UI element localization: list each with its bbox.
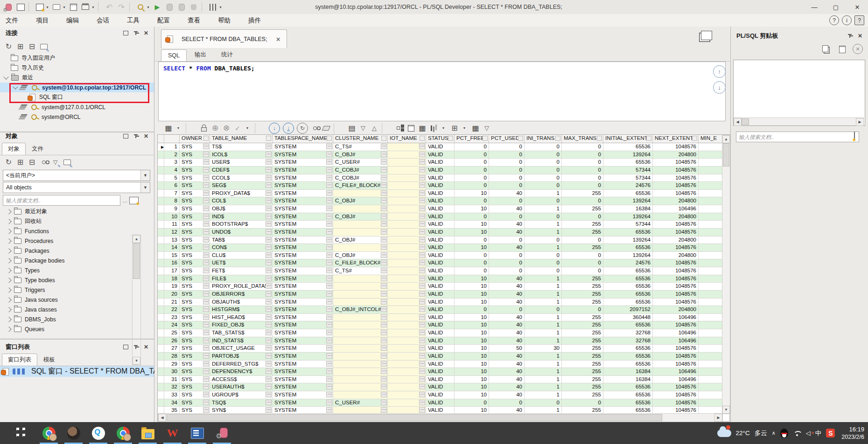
cell-owner[interactable]: SYS⋯ bbox=[180, 244, 210, 252]
cell-editor-button[interactable]: ⋯ bbox=[326, 338, 332, 343]
column-options-box[interactable] bbox=[203, 136, 209, 141]
cell-editor-button[interactable]: ⋯ bbox=[326, 167, 332, 173]
cell-min_extents[interactable] bbox=[699, 259, 723, 267]
menu-插件[interactable]: 插件 bbox=[243, 15, 266, 26]
dd-icon[interactable]: ▾ bbox=[173, 123, 183, 133]
cell-next_extent[interactable]: 106496 bbox=[653, 205, 699, 213]
cell-table_name[interactable]: TAB_STATS$⋯ bbox=[210, 329, 273, 337]
cell-editor-button[interactable]: ⋯ bbox=[381, 260, 387, 265]
cell-table_name[interactable]: OBJAUTH$⋯ bbox=[210, 298, 273, 306]
panel-maximize-icon[interactable] bbox=[121, 28, 130, 38]
row-marker-cell[interactable] bbox=[158, 391, 164, 399]
cell-editor-button[interactable]: ⋯ bbox=[203, 330, 209, 335]
cell-max_trans[interactable]: 0 bbox=[562, 182, 603, 190]
tree-folder-item[interactable]: 最近 bbox=[0, 73, 154, 83]
cell-editor-button[interactable]: ⋯ bbox=[419, 152, 425, 157]
cell-min_extents[interactable] bbox=[699, 391, 723, 399]
cell-editor-button[interactable]: ⋯ bbox=[326, 314, 332, 320]
cell-editor-button[interactable]: ⋯ bbox=[326, 159, 332, 165]
cell-editor-button[interactable]: ⋯ bbox=[419, 144, 425, 149]
export-table-icon[interactable]: ▦ bbox=[417, 123, 427, 133]
cell-pct_free[interactable]: 0 bbox=[455, 236, 489, 244]
table-row[interactable]: 21SYS⋯OBJAUTH$⋯SYSTEM⋯⋯⋯VALID10401255655… bbox=[158, 298, 729, 306]
chevron-icon[interactable] bbox=[6, 287, 11, 292]
cell-editor-button[interactable]: ⋯ bbox=[381, 252, 387, 258]
cell-iot_name[interactable]: ⋯ bbox=[388, 383, 426, 391]
panel-close-icon[interactable]: ✕ bbox=[141, 28, 151, 38]
cell-min_extents[interactable] bbox=[699, 197, 723, 205]
cell-editor-button[interactable]: ⋯ bbox=[266, 268, 272, 273]
cell-pct_used[interactable]: 40 bbox=[489, 391, 525, 399]
cell-tablespace_name[interactable]: SYSTEM⋯ bbox=[273, 267, 333, 275]
cell-tablespace_name[interactable]: SYSTEM⋯ bbox=[273, 259, 333, 267]
cell-ini_trans[interactable]: 1 bbox=[525, 205, 562, 213]
cell-next_extent[interactable]: 1048576 bbox=[653, 283, 699, 291]
cell-editor-button[interactable]: ⋯ bbox=[266, 322, 272, 327]
cell-owner[interactable]: SYS⋯ bbox=[180, 236, 210, 244]
cell-status[interactable]: VALID bbox=[426, 213, 455, 221]
cell-status[interactable]: VALID bbox=[426, 259, 455, 267]
cell-editor-button[interactable]: ⋯ bbox=[326, 400, 332, 405]
cell-ini_trans[interactable]: 1 bbox=[525, 244, 562, 252]
cell-cluster_name[interactable]: ⋯ bbox=[333, 221, 388, 229]
cell-iot_name[interactable]: ⋯ bbox=[388, 353, 426, 361]
cell-max_trans[interactable]: 0 bbox=[562, 213, 603, 221]
cell-owner[interactable]: SYS⋯ bbox=[180, 361, 210, 368]
cell-editor-button[interactable]: ⋯ bbox=[326, 384, 332, 389]
clear-icon[interactable] bbox=[321, 123, 331, 133]
remove-icon[interactable]: ⊟ bbox=[27, 157, 37, 167]
cell-min_extents[interactable] bbox=[699, 190, 723, 198]
cell-initial_extent[interactable]: 32768 bbox=[603, 329, 653, 337]
cell-min_extents[interactable] bbox=[699, 236, 723, 244]
cell-editor-button[interactable]: ⋯ bbox=[203, 276, 209, 281]
cell-editor-button[interactable]: ⋯ bbox=[419, 384, 425, 389]
cell-pct_used[interactable]: 40 bbox=[489, 314, 525, 322]
cell-cluster_name[interactable]: ⋯ bbox=[333, 275, 388, 283]
cell-editor-button[interactable]: ⋯ bbox=[326, 214, 332, 219]
chevron-icon[interactable] bbox=[13, 115, 18, 119]
connection-item[interactable]: system@ORCL bbox=[0, 112, 154, 122]
chevron-down-icon[interactable]: ▼ bbox=[140, 182, 150, 193]
cell-tablespace_name[interactable]: SYSTEM⋯ bbox=[273, 205, 333, 213]
cell-editor-button[interactable]: ⋯ bbox=[266, 152, 272, 157]
cell-min_extents[interactable] bbox=[699, 298, 723, 306]
column-header-TABLE_NAME[interactable]: TABLE_NAME bbox=[210, 135, 273, 143]
editor-tab-统计[interactable]: 统计 bbox=[214, 48, 240, 61]
cell-pct_used[interactable]: 40 bbox=[489, 361, 525, 368]
tree-folder-item[interactable]: 导入历史 bbox=[0, 63, 154, 73]
cell-ini_trans[interactable]: 1 bbox=[525, 383, 562, 391]
column-options-box[interactable] bbox=[381, 136, 386, 141]
new-window-icon[interactable] bbox=[129, 197, 139, 204]
cell-initial_extent[interactable]: 32768 bbox=[603, 337, 653, 345]
row-number-cell[interactable]: 23 bbox=[164, 314, 180, 322]
cell-editor-button[interactable]: ⋯ bbox=[419, 175, 425, 180]
taskbar-app-avatar-photo[interactable] bbox=[61, 422, 86, 444]
cell-max_trans[interactable]: 255 bbox=[562, 205, 603, 213]
cell-ini_trans[interactable]: 0 bbox=[525, 197, 562, 205]
table-row[interactable]: 23SYS⋯HIST_HEAD$⋯SYSTEM⋯⋯⋯VALID104012553… bbox=[158, 314, 729, 322]
cell-ini_trans[interactable]: 0 bbox=[525, 267, 562, 275]
cell-pct_free[interactable]: 0 bbox=[455, 174, 489, 182]
cell-editor-button[interactable]: ⋯ bbox=[381, 221, 387, 227]
cell-initial_extent[interactable]: 24576 bbox=[603, 182, 653, 190]
cell-initial_extent[interactable]: 16384 bbox=[603, 368, 653, 376]
cell-min_extents[interactable] bbox=[699, 174, 723, 182]
cell-cluster_name[interactable]: ⋯ bbox=[333, 244, 388, 252]
cell-cluster_name[interactable]: C_OBJ#⋯ bbox=[333, 236, 388, 244]
cell-owner[interactable]: SYS⋯ bbox=[180, 182, 210, 190]
cell-min_extents[interactable] bbox=[699, 368, 723, 376]
cell-max_trans[interactable]: 255 bbox=[562, 391, 603, 399]
app-logo-icon[interactable] bbox=[3, 1, 14, 13]
redo-icon[interactable]: ↷ bbox=[116, 1, 127, 13]
cell-editor-button[interactable]: ⋯ bbox=[203, 384, 209, 389]
cell-tablespace_name[interactable]: SYSTEM⋯ bbox=[273, 275, 333, 283]
cell-min_extents[interactable] bbox=[699, 337, 723, 345]
cell-editor-button[interactable]: ⋯ bbox=[266, 400, 272, 405]
sql-editor[interactable]: SELECT * FROM DBA_TABLES; bbox=[158, 62, 726, 121]
tab-对象[interactable]: 对象 bbox=[2, 143, 26, 155]
chevron-icon[interactable] bbox=[6, 307, 11, 312]
cell-editor-button[interactable]: ⋯ bbox=[203, 407, 209, 413]
row-number-cell[interactable]: 19 bbox=[164, 283, 180, 291]
editor-tab-SQL[interactable]: SQL bbox=[161, 49, 187, 61]
cell-initial_extent[interactable]: 65536 bbox=[603, 275, 653, 283]
